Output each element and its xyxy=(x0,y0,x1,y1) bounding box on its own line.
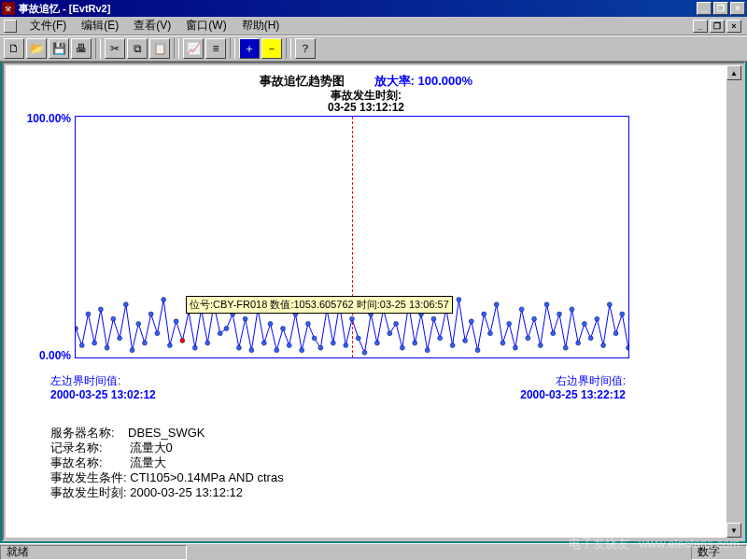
svg-point-16 xyxy=(174,319,178,324)
svg-point-24 xyxy=(224,327,229,331)
left-bound-label: 左边界时间值: xyxy=(50,373,120,389)
svg-point-60 xyxy=(450,343,455,348)
menu-view[interactable]: 查看(V) xyxy=(126,16,178,35)
scroll-down-icon[interactable]: ▼ xyxy=(726,523,741,538)
client-area: 事故追忆趋势图 放大率: 100.000% 事故发生时刻: 03-25 13:1… xyxy=(2,62,745,541)
svg-point-57 xyxy=(431,316,436,321)
svg-point-48 xyxy=(374,341,379,345)
record-label: 记录名称: xyxy=(50,441,103,455)
trend-page: 事故追忆趋势图 放大率: 100.000% 事故发生时刻: 03-25 13:1… xyxy=(6,65,726,538)
help-button[interactable]: ？ xyxy=(295,38,316,59)
new-button[interactable]: 🗋 xyxy=(4,38,24,59)
svg-point-67 xyxy=(494,302,499,307)
status-bar: 就绪 数字 xyxy=(0,543,747,560)
svg-point-23 xyxy=(218,331,222,336)
event-time-info-value: 2000-03-25 13:12:12 xyxy=(130,485,243,500)
svg-point-81 xyxy=(582,321,586,326)
y-tick-top: 100.00% xyxy=(15,112,71,125)
data-tooltip: 位号:CBY-FR018 数值:1053.605762 时间:03-25 13:… xyxy=(186,296,453,314)
info-block: 服务器名称: DBES_SWGK 记录名称: 流量大0 事故名称: 流量大 事故… xyxy=(50,426,284,500)
cut-button[interactable]: ✂ xyxy=(105,38,125,59)
copy-button[interactable]: ⧉ xyxy=(127,38,148,59)
svg-point-87 xyxy=(620,312,625,316)
svg-point-51 xyxy=(394,321,399,326)
svg-point-1 xyxy=(79,343,84,348)
toolbar-separator xyxy=(174,38,179,59)
svg-point-70 xyxy=(513,345,517,350)
svg-point-36 xyxy=(300,348,304,353)
svg-point-0 xyxy=(76,327,78,331)
svg-point-28 xyxy=(249,348,254,353)
close-button[interactable]: × xyxy=(730,2,745,15)
list-button[interactable]: ≡ xyxy=(205,38,226,59)
svg-point-45 xyxy=(356,336,360,341)
svg-point-76 xyxy=(551,331,556,336)
trend-plot[interactable]: 位号:CBY-FR018 数值:1053.605762 时间:03-25 13:… xyxy=(75,116,629,358)
svg-point-27 xyxy=(243,316,247,321)
svg-point-58 xyxy=(438,336,443,341)
svg-point-34 xyxy=(287,343,291,348)
save-button[interactable]: 💾 xyxy=(49,38,69,59)
paste-button[interactable]: 📋 xyxy=(149,38,170,59)
svg-point-56 xyxy=(425,348,430,353)
svg-point-88 xyxy=(627,345,628,350)
svg-point-14 xyxy=(162,298,166,302)
vertical-scrollbar[interactable]: ▲ ▼ xyxy=(726,65,741,538)
condition-value: CTI105>0.14MPa AND ctras xyxy=(130,470,283,485)
svg-point-3 xyxy=(92,341,97,345)
trend-button[interactable]: 📈 xyxy=(183,38,204,59)
mdi-minimize-button[interactable]: _ xyxy=(693,20,708,33)
svg-point-38 xyxy=(312,336,317,341)
status-ready: 就绪 xyxy=(0,545,187,560)
svg-point-54 xyxy=(413,341,417,345)
open-button[interactable]: 📂 xyxy=(26,38,47,59)
svg-point-82 xyxy=(588,336,593,341)
svg-point-26 xyxy=(236,345,241,350)
trend-series xyxy=(76,117,628,357)
maximize-button[interactable]: ❐ xyxy=(713,2,728,15)
svg-point-79 xyxy=(570,307,574,312)
menu-window[interactable]: 窗口(W) xyxy=(178,16,233,35)
svg-point-69 xyxy=(507,321,512,326)
svg-point-31 xyxy=(268,321,273,326)
mdi-close-button[interactable]: × xyxy=(726,20,741,33)
svg-point-62 xyxy=(463,338,468,343)
svg-point-13 xyxy=(155,331,160,336)
svg-point-84 xyxy=(601,343,606,348)
menu-bar: 文件(F) 编辑(E) 查看(V) 窗口(W) 帮助(H) _ ❐ × xyxy=(0,17,747,35)
menu-help[interactable]: 帮助(H) xyxy=(234,16,288,35)
svg-point-39 xyxy=(318,345,323,350)
zoom-out-button[interactable]: － xyxy=(261,38,282,59)
svg-point-66 xyxy=(488,331,493,336)
zoom-label: 放大率: xyxy=(374,74,418,88)
svg-point-41 xyxy=(331,341,335,345)
svg-point-4 xyxy=(98,307,103,312)
svg-point-9 xyxy=(130,348,134,353)
mdi-maximize-button[interactable]: ❐ xyxy=(710,20,725,33)
toolbar-separator xyxy=(286,38,291,59)
svg-point-37 xyxy=(305,321,310,326)
svg-point-72 xyxy=(526,336,530,341)
zoom-in-button[interactable]: ＋ xyxy=(239,38,260,59)
toolbar: 🗋 📂 💾 🖶 ✂ ⧉ 📋 📈 ≡ ＋ － ？ xyxy=(0,35,747,62)
svg-point-65 xyxy=(482,312,486,316)
svg-point-44 xyxy=(350,316,355,321)
svg-point-71 xyxy=(519,307,524,312)
svg-point-77 xyxy=(557,312,562,316)
svg-point-68 xyxy=(500,341,505,345)
toolbar-separator xyxy=(230,38,235,59)
status-numlock: 数字 xyxy=(691,545,747,560)
toolbar-separator xyxy=(95,38,101,59)
svg-point-43 xyxy=(344,343,348,348)
scroll-up-icon[interactable]: ▲ xyxy=(726,65,741,80)
print-button[interactable]: 🖶 xyxy=(71,38,92,59)
menu-edit[interactable]: 编辑(E) xyxy=(74,16,126,35)
svg-point-61 xyxy=(457,298,461,302)
svg-point-8 xyxy=(123,302,128,307)
svg-point-63 xyxy=(469,319,473,324)
svg-point-2 xyxy=(86,312,91,316)
svg-point-85 xyxy=(607,302,612,307)
minimize-button[interactable]: _ xyxy=(697,2,712,15)
svg-point-33 xyxy=(281,327,286,331)
menu-file[interactable]: 文件(F) xyxy=(22,16,74,35)
